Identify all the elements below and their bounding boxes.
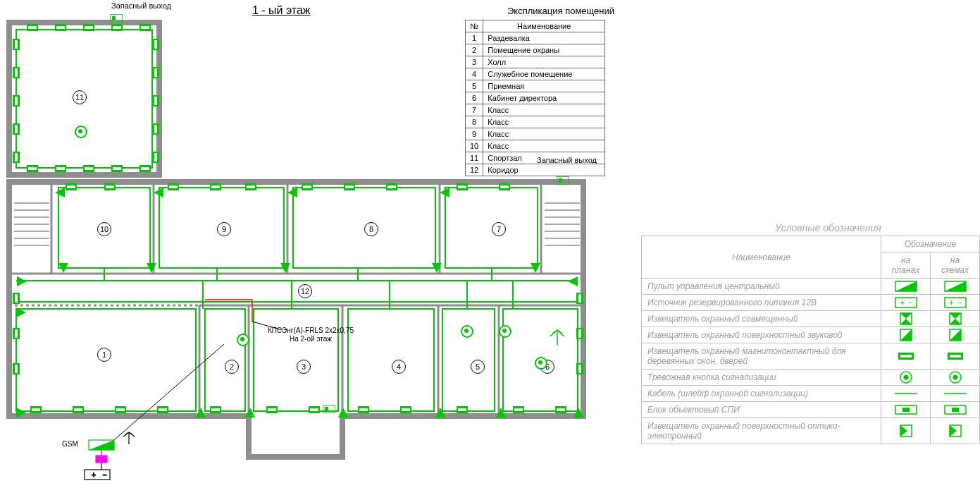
legend-cell-scheme [931, 402, 980, 418]
svg-rect-107 [67, 185, 75, 188]
svg-rect-111 [169, 185, 178, 188]
svg-rect-103 [113, 167, 121, 170]
legend-row: Извещатель охранный магнитоконтактный дл… [642, 343, 980, 370]
panel-icon [895, 281, 917, 292]
svg-rect-166 [323, 405, 335, 413]
svg-text:+: + [92, 471, 96, 479]
svg-rect-149 [557, 408, 565, 411]
svg-rect-109 [106, 185, 114, 188]
magnet-icon [898, 350, 914, 362]
svg-rect-164 [557, 176, 569, 185]
legend-cell-scheme [931, 327, 980, 343]
svg-line-64 [550, 330, 557, 336]
svg-rect-155 [15, 329, 18, 338]
legend-cell-plan [881, 295, 931, 311]
legend-cell-plan [881, 370, 931, 386]
legend-cell-scheme [931, 343, 980, 370]
legend-col-sym: Обозначение [881, 236, 980, 252]
room-number-3: 3 [297, 360, 311, 374]
svg-rect-99 [56, 167, 65, 170]
emergency-exit-left-label: Запасный выход [111, 1, 171, 10]
legend-row: Извещатель охранный поверхностный оптико… [642, 418, 980, 444]
svg-rect-145 [458, 408, 466, 411]
svg-rect-101 [85, 167, 93, 170]
svg-rect-91 [154, 125, 157, 133]
legend-cell-plan [881, 311, 931, 327]
cable-label: КПСЭнг(А)-FRLS 2х2х0,75 На 2-ой этаж [258, 327, 364, 343]
legend-cell-plan [881, 386, 931, 402]
svg-rect-153 [578, 294, 581, 303]
combined-icon [900, 312, 912, 325]
svg-rect-97 [28, 167, 37, 170]
alarm-button-icon [461, 325, 473, 338]
svg-rect-161 [578, 365, 581, 373]
svg-rect-151 [15, 294, 18, 303]
svg-rect-167 [325, 407, 328, 411]
room-number-11: 11 [73, 90, 87, 104]
cable-icon [944, 388, 967, 399]
alarm-button-icon [499, 325, 511, 338]
svg-rect-129 [74, 408, 82, 411]
room-number-7: 7 [492, 222, 506, 236]
page-root: 1 - ый этаж Запасный выход Запасный выхо… [0, 0, 980, 488]
svg-rect-163 [112, 16, 116, 20]
floor-plan: + − 111098712123456 КПСЭнг(А)-FRLS 2х2х0… [6, 13, 590, 482]
svg-rect-87 [154, 97, 157, 105]
svg-rect-81 [15, 68, 18, 77]
legend-cell-scheme [931, 386, 980, 402]
gsm-label: GSM [62, 440, 78, 448]
svg-rect-139 [310, 408, 318, 411]
svg-rect-157 [578, 329, 581, 338]
svg-rect-69 [56, 26, 65, 29]
svg-rect-131 [116, 408, 125, 411]
svg-rect-133 [159, 408, 167, 411]
svg-rect-121 [387, 185, 396, 188]
room-number-5: 5 [471, 360, 485, 374]
svg-rect-89 [15, 125, 18, 133]
legend-row: Блок объектовый СПИ [642, 402, 980, 418]
legend-cell-name: Источник резервированного питания 12В [642, 295, 881, 311]
room-number-10: 10 [97, 222, 111, 236]
panel-icon [944, 281, 967, 292]
svg-rect-162 [110, 14, 123, 23]
svg-line-52 [123, 432, 129, 437]
cable-label-line2: На 2-ой этаж [258, 335, 364, 343]
svg-rect-79 [154, 40, 157, 49]
svg-rect-73 [113, 26, 121, 29]
legend-cell-plan [881, 343, 931, 370]
svg-rect-113 [211, 185, 220, 188]
svg-text:−: − [103, 471, 107, 479]
cable-label-line1: КПСЭнг(А)-FRLS 2х2х0,75 [258, 327, 364, 335]
svg-rect-85 [15, 97, 18, 105]
power-icon [944, 297, 967, 308]
block-icon [944, 403, 967, 416]
alarm-icon [949, 371, 962, 384]
svg-line-53 [129, 432, 135, 437]
legend-cell-name: Извещатель охранный магнитоконтактный дл… [642, 343, 881, 370]
legend-cell-scheme [931, 279, 980, 295]
room-number-1: 1 [97, 348, 111, 362]
svg-rect-141 [359, 408, 368, 411]
legend-col-name: Наименование [642, 236, 881, 279]
legend-cell-plan [881, 402, 931, 418]
legend-row: Кабель (шлейф охранной сигнализации) [642, 386, 980, 402]
legend-cell-name: Извещатель охранный совмещенный [642, 311, 881, 327]
svg-rect-77 [15, 40, 18, 49]
legend-cell-scheme [931, 311, 980, 327]
sound-icon [900, 329, 912, 341]
cable-icon [895, 388, 917, 399]
block-icon [895, 403, 917, 416]
legend-cell-name: Блок объектовый СПИ [642, 402, 881, 418]
power-icon [895, 297, 917, 308]
svg-rect-75 [141, 26, 149, 29]
legend-row: Тревожная кнопка сигнализации [642, 370, 980, 386]
svg-rect-117 [303, 185, 311, 188]
legend-row: Пульт управления центральный [642, 279, 980, 295]
legend-cell-scheme [931, 370, 980, 386]
legend-cell-scheme [931, 295, 980, 311]
svg-line-48 [104, 344, 224, 449]
svg-rect-115 [247, 185, 255, 188]
legend-cell-plan [881, 279, 931, 295]
legend-cell-plan [881, 418, 931, 444]
svg-rect-147 [514, 408, 523, 411]
